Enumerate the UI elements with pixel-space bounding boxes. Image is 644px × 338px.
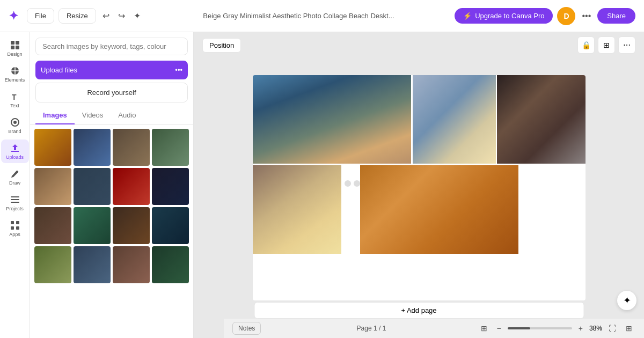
thumbnail-12[interactable] [152,207,189,244]
zoom-slider-fill [508,327,530,329]
canvas-area: Position 🔒 ⊞ ⋯ [194,32,644,338]
thumbnail-8[interactable] [152,168,189,205]
thumbnail-16[interactable] [152,246,189,283]
sidebar-item-elements[interactable]: Elements [1,62,29,86]
undo-button[interactable]: ↩ [100,9,112,23]
panel-search [30,32,193,61]
main-area: Design Elements T Text Brand Uploads Dra… [0,32,644,338]
toolbar-left: ✦ File Resize ↩ ↪ ✦ [9,8,143,24]
toolbar-center: Beige Gray Minimalist Aesthetic Photo Co… [147,12,450,20]
thumbnail-5[interactable] [34,168,71,205]
sidebar-item-brand[interactable]: Brand [1,114,29,137]
svg-rect-0 [11,41,14,45]
position-button[interactable]: Position [202,38,241,53]
redo-button[interactable]: ↪ [116,9,127,23]
upload-files-button[interactable]: Upload files ••• [35,61,188,79]
svg-point-7 [13,121,17,124]
canvas-tools: 🔒 ⊞ ⋯ [577,36,635,54]
project-title: Beige Gray Minimalist Aesthetic Photo Co… [203,12,394,20]
collage-photo-1[interactable] [253,75,411,164]
sidebar-item-text[interactable]: T Text [1,88,29,112]
thumbnail-13[interactable] [34,246,71,283]
canvas-top-bar: Position 🔒 ⊞ ⋯ [194,32,644,58]
sidebar-item-design[interactable]: Design [1,36,29,60]
thumbnail-15[interactable] [113,246,150,283]
brand-logo: ✦ [9,9,18,23]
file-button[interactable]: File [27,8,54,24]
design-canvas [253,75,586,300]
svg-rect-1 [16,41,19,45]
upgrade-icon: ⚡ [463,12,472,20]
show-pages-container: ✦ [617,291,636,310]
sidebar-item-draw[interactable]: Draw [1,165,29,189]
tab-audio[interactable]: Audio [111,107,143,124]
panel-images [30,124,193,338]
thumbnail-11[interactable] [113,207,150,244]
add-page-container: + Add page [254,302,584,319]
upgrade-label: Upgrade to Canva Pro [475,12,544,20]
record-yourself-button[interactable]: Record yourself [35,83,188,102]
magic-canva-button[interactable]: ✦ [617,291,636,310]
more-options-button[interactable]: ••• [580,9,593,23]
search-input[interactable] [35,38,188,55]
collage-photo-3[interactable] [497,75,586,164]
panel-actions: Upload files ••• Record yourself [30,61,193,102]
avatar[interactable]: D [557,7,575,25]
photo-collage [253,75,586,300]
left-panel: Upload files ••• Record yourself Images … [30,32,194,338]
sidebar-icons: Design Elements T Text Brand Uploads Dra… [0,32,30,338]
share-button[interactable]: Share [597,8,635,24]
upload-more-icon: ••• [175,66,182,74]
bottom-controls: Notes Page 1 / 1 ⊞ − + 38% ⛶ ⊞ [224,319,644,338]
svg-rect-9 [16,221,19,224]
thumbnail-9[interactable] [34,207,71,244]
lock-tool-button[interactable]: 🔒 [577,36,595,54]
sidebar-item-uploads[interactable]: Uploads [1,139,29,163]
show-pages-button[interactable]: ⊞ [478,323,491,334]
add-page-button[interactable]: + Add page [254,302,584,319]
page-indicator: Page 1 / 1 [357,325,386,332]
fullscreen-button[interactable]: ⛶ [605,323,619,334]
thumbnail-4[interactable] [152,129,189,166]
upload-label: Upload files [41,66,77,74]
center-controls: Page 1 / 1 [357,325,386,332]
tab-videos[interactable]: Videos [75,107,111,124]
thumbnail-1[interactable] [34,129,71,166]
collage-photo-2[interactable] [413,75,496,164]
svg-rect-8 [11,221,14,224]
notes-button[interactable]: Notes [232,322,261,335]
grid-tool-button[interactable]: ⊞ [598,36,615,54]
svg-rect-2 [11,46,14,49]
zoom-level: 38% [589,325,602,332]
collage-photo-4[interactable] [253,165,341,254]
sidebar-item-apps[interactable]: Apps [1,217,29,240]
resize-button[interactable]: Resize [58,8,96,24]
collage-photo-5[interactable] [360,165,518,254]
dot-1 [345,180,351,187]
zoom-slider[interactable] [508,327,572,329]
dot-2 [354,180,360,187]
svg-text:T: T [12,93,17,101]
more-tool-button[interactable]: ⋯ [618,36,635,54]
toolbar-right: ⚡ Upgrade to Canva Pro D ••• Share [455,7,635,25]
thumbnail-6[interactable] [74,168,111,205]
thumbnail-7[interactable] [113,168,150,205]
magic-button[interactable]: ✦ [131,9,143,23]
zoom-out-button[interactable]: − [494,323,504,334]
zoom-in-button[interactable]: + [575,323,586,334]
svg-rect-10 [11,226,14,230]
thumbnail-10[interactable] [74,207,111,244]
grid-view-button[interactable]: ⊞ [623,323,635,334]
left-controls: Notes [232,322,265,335]
thumbnail-14[interactable] [74,246,111,283]
thumbnail-3[interactable] [113,129,150,166]
panel-tabs: Images Videos Audio [30,107,193,124]
thumbnail-2[interactable] [74,129,111,166]
toolbar: ✦ File Resize ↩ ↪ ✦ Beige Gray Minimalis… [0,0,644,32]
upgrade-button[interactable]: ⚡ Upgrade to Canva Pro [455,8,553,24]
zoom-controls: ⊞ − + 38% ⛶ ⊞ [478,323,635,334]
tab-images[interactable]: Images [35,107,75,124]
sidebar-item-projects[interactable]: Projects [1,191,29,215]
svg-rect-3 [16,46,19,49]
svg-rect-11 [16,226,19,230]
